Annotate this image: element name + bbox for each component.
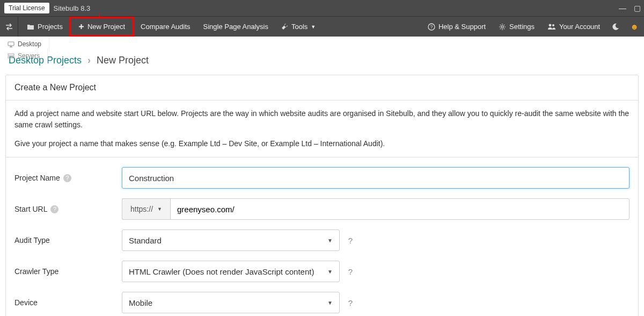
crawler-type-value: HTML Crawler (Does not render JavaScript… xyxy=(129,267,314,276)
nav-settings-label: Settings xyxy=(509,23,535,31)
audit-type-help[interactable]: ? xyxy=(344,229,357,251)
context-tabs: Desktop Servers xyxy=(0,37,644,52)
app-title: Sitebulb 8.3 xyxy=(54,4,91,12)
svg-rect-6 xyxy=(8,54,14,55)
form-body: Project Name ? Start URL ? https:// ▼ Au… xyxy=(6,157,638,316)
window-maximize-icon[interactable]: ▢ xyxy=(634,4,641,12)
smiley-icon: ☻ xyxy=(630,22,639,31)
audit-type-select[interactable]: Standard ▼ xyxy=(122,229,340,251)
card-help-text: Add a project name and website start URL… xyxy=(6,100,638,157)
row-audit-type: Audit Type Standard ▼ ? xyxy=(14,229,630,251)
chevron-down-icon: ▼ xyxy=(311,24,316,30)
license-badge: Trial License xyxy=(4,3,49,13)
nav-tools-label: Tools xyxy=(291,23,308,31)
chevron-down-icon: ▼ xyxy=(327,269,333,275)
tab-desktop-label: Desktop xyxy=(18,40,41,48)
nav-projects[interactable]: Projects xyxy=(18,17,69,37)
card-title: Create a New Project xyxy=(6,75,638,100)
protocol-value: https:// xyxy=(130,205,153,213)
svg-point-3 xyxy=(549,24,552,27)
nav-right: ? Help & Support Settings Your Account ☻ xyxy=(421,17,644,37)
folder-icon xyxy=(27,24,34,30)
window-titlebar: Trial License Sitebulb 8.3 ↓ — ▢ xyxy=(0,0,644,16)
svg-rect-5 xyxy=(8,42,14,46)
nav-emoji[interactable]: ☻ xyxy=(625,17,644,37)
nav-compare-audits[interactable]: Compare Audits xyxy=(134,17,197,37)
question-circle-icon: ? xyxy=(428,23,435,31)
window-controls: — ▢ xyxy=(619,0,641,16)
project-name-input[interactable] xyxy=(122,167,630,189)
tab-servers-label: Servers xyxy=(18,52,40,60)
nav-theme-toggle[interactable] xyxy=(606,17,625,37)
nav-compare-label: Compare Audits xyxy=(141,23,191,31)
new-project-card: Create a New Project Add a project name … xyxy=(5,75,639,316)
wrench-icon xyxy=(281,23,288,30)
help-icon[interactable]: ? xyxy=(63,174,71,182)
device-help[interactable]: ? xyxy=(344,292,357,313)
breadcrumb: Desktop Projects › New Project xyxy=(0,51,644,70)
servers-icon xyxy=(8,53,14,59)
label-project-name: Project Name ? xyxy=(14,174,122,182)
label-start-url: Start URL ? xyxy=(14,205,122,213)
tab-servers[interactable]: Servers xyxy=(0,48,48,63)
chevron-down-icon: ▼ xyxy=(327,238,333,243)
moon-icon xyxy=(612,23,619,31)
nav-projects-label: Projects xyxy=(38,23,63,31)
audit-type-value: Standard xyxy=(129,236,162,245)
nav-new-project[interactable]: New Project xyxy=(69,17,134,37)
crawler-type-help[interactable]: ? xyxy=(344,261,357,282)
row-device: Device Mobile ▼ ? xyxy=(14,292,630,313)
gear-icon xyxy=(499,23,506,31)
annotation-arrow-top: ↓ xyxy=(97,10,101,21)
help-icon[interactable]: ? xyxy=(50,205,58,213)
card-help-p2: Give your project a name that makes sens… xyxy=(14,138,630,149)
protocol-select[interactable]: https:// ▼ xyxy=(122,198,170,220)
nav-tools[interactable]: Tools ▼ xyxy=(275,17,322,37)
label-crawler-type: Crawler Type xyxy=(14,267,122,276)
chevron-right-icon: › xyxy=(87,55,91,66)
window-minimize-icon[interactable]: — xyxy=(619,4,626,12)
start-url-input[interactable] xyxy=(170,198,630,220)
crawler-type-select[interactable]: HTML Crawler (Does not render JavaScript… xyxy=(122,261,340,282)
desktop-icon xyxy=(8,41,14,47)
svg-text:?: ? xyxy=(430,24,433,30)
nav-help[interactable]: ? Help & Support xyxy=(421,17,492,37)
plus-icon xyxy=(78,24,84,30)
svg-rect-7 xyxy=(8,56,14,58)
svg-point-4 xyxy=(552,24,554,26)
label-audit-type: Audit Type xyxy=(14,236,122,245)
breadcrumb-current: New Project xyxy=(97,55,149,66)
nav-help-label: Help & Support xyxy=(438,23,486,31)
nav-single-page[interactable]: Single Page Analysis xyxy=(197,17,275,37)
row-start-url: Start URL ? https:// ▼ xyxy=(14,198,630,220)
label-device: Device xyxy=(14,298,122,307)
users-icon xyxy=(547,23,556,30)
row-project-name: Project Name ? xyxy=(14,167,630,189)
chevron-down-icon: ▼ xyxy=(157,206,162,212)
nav-account[interactable]: Your Account xyxy=(541,17,606,37)
nav-account-label: Your Account xyxy=(559,23,600,31)
row-crawler-type: Crawler Type HTML Crawler (Does not rend… xyxy=(14,261,630,282)
nav-new-project-label: New Project xyxy=(87,23,125,31)
nav-settings[interactable]: Settings xyxy=(492,17,541,37)
device-select[interactable]: Mobile ▼ xyxy=(122,292,340,313)
nav-single-page-label: Single Page Analysis xyxy=(203,23,268,31)
svg-point-2 xyxy=(501,25,503,27)
nav-swap-icon[interactable] xyxy=(0,17,18,37)
card-help-p1: Add a project name and website start URL… xyxy=(14,108,630,131)
chevron-down-icon: ▼ xyxy=(327,300,333,306)
device-value: Mobile xyxy=(129,298,152,307)
